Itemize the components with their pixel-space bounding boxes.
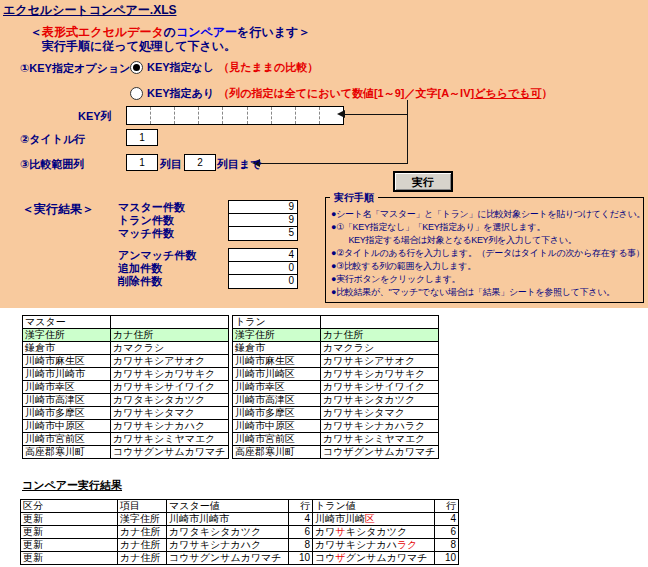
- key-column-cell[interactable]: [175, 107, 199, 124]
- cell[interactable]: [111, 316, 229, 329]
- range-arrow-line: [260, 163, 407, 164]
- cell[interactable]: 区分: [21, 500, 118, 513]
- cell[interactable]: 更新: [21, 552, 118, 565]
- radio-key-on-label: KEY指定あり: [147, 86, 214, 101]
- cell[interactable]: 高座郡寒川町: [233, 446, 321, 459]
- column-header-cell[interactable]: カナ住所: [111, 329, 229, 342]
- cell[interactable]: 川崎市高津区: [233, 394, 321, 407]
- cell[interactable]: コウザグンサムカワマチ: [313, 552, 435, 565]
- range-to-input[interactable]: [184, 154, 216, 171]
- title-row-input[interactable]: [126, 129, 158, 146]
- cell[interactable]: カワサキシタマク: [321, 407, 439, 420]
- cell[interactable]: 川崎市幸区: [23, 381, 111, 394]
- data-row: 鎌倉市カマクラシ: [233, 342, 439, 355]
- key-column-cell[interactable]: [127, 107, 151, 124]
- cell[interactable]: コウザグンサムカワマチ: [321, 446, 439, 459]
- count-label: 削除件数: [118, 274, 228, 289]
- cell[interactable]: 4: [289, 513, 313, 526]
- cell[interactable]: 6: [289, 526, 313, 539]
- cell[interactable]: カワサキシアサオク: [111, 355, 229, 368]
- cell[interactable]: 川崎市宮前区: [233, 433, 321, 446]
- cell[interactable]: 更新: [21, 513, 118, 526]
- key-column-cell[interactable]: [272, 107, 296, 124]
- cell[interactable]: カナ住所: [118, 539, 167, 552]
- radio-key-on[interactable]: [130, 87, 143, 100]
- cell[interactable]: コウサグンサムカワマチ: [111, 446, 229, 459]
- cell[interactable]: カワサキシカワサキク: [321, 368, 439, 381]
- range-from-input[interactable]: [126, 154, 158, 171]
- key-column-cell[interactable]: [223, 107, 247, 124]
- cell[interactable]: マスター値: [167, 500, 289, 513]
- cell[interactable]: 鎌倉市: [233, 342, 321, 355]
- cell[interactable]: カワサキシサイワイク: [321, 381, 439, 394]
- cell[interactable]: コウサグンサムカワマチ: [167, 552, 289, 565]
- cell[interactable]: カワサキシアサオク: [321, 355, 439, 368]
- cell[interactable]: カワサキシタマク: [111, 407, 229, 420]
- cell[interactable]: 川崎市中原区: [233, 420, 321, 433]
- intro-tail: を行います＞: [237, 25, 310, 39]
- cell[interactable]: トラン: [233, 316, 321, 329]
- cell[interactable]: 更新: [21, 526, 118, 539]
- cell[interactable]: 更新: [21, 539, 118, 552]
- cell[interactable]: カワサキシナカハク: [167, 539, 289, 552]
- cell[interactable]: 川崎市川崎市: [23, 368, 111, 381]
- key-column-cell[interactable]: [151, 107, 175, 124]
- cell[interactable]: 川崎市宮前区: [23, 433, 111, 446]
- cell[interactable]: カマクラシ: [321, 342, 439, 355]
- cell[interactable]: カワサキシサイワイク: [111, 381, 229, 394]
- cell[interactable]: トラン値: [313, 500, 435, 513]
- cell[interactable]: カワサキシナカハラク: [313, 539, 435, 552]
- cell[interactable]: 川崎市川崎市: [167, 513, 289, 526]
- cell[interactable]: 川崎市川崎区: [233, 368, 321, 381]
- column-header-cell[interactable]: カナ住所: [321, 329, 439, 342]
- cell[interactable]: 川崎市幸区: [233, 381, 321, 394]
- radio-key-none[interactable]: [130, 61, 143, 74]
- cell[interactable]: カワサキシミヤマエク: [321, 433, 439, 446]
- cell[interactable]: 川崎市多摩区: [23, 407, 111, 420]
- cell[interactable]: 鎌倉市: [23, 342, 111, 355]
- cell[interactable]: カワサキシナカハク: [111, 420, 229, 433]
- cell[interactable]: 川崎市高津区: [23, 394, 111, 407]
- column-header-cell[interactable]: 漢字住所: [233, 329, 321, 342]
- cell[interactable]: カワタキシタカツク: [111, 394, 229, 407]
- radio-key-on-note-pre: （列の指定は全てにおいて数値[1～9]／文字[A～IV]: [218, 87, 474, 99]
- cell[interactable]: 漢字住所: [118, 513, 167, 526]
- cell[interactable]: 行: [289, 500, 313, 513]
- cell[interactable]: カワサキシカワサキク: [111, 368, 229, 381]
- cell[interactable]: 10: [289, 552, 313, 565]
- cell[interactable]: カワサキシタカツク: [313, 526, 435, 539]
- cell[interactable]: 6: [435, 526, 459, 539]
- count-value-cell[interactable]: 5: [228, 226, 298, 241]
- cell[interactable]: カマクラシ: [111, 342, 229, 355]
- count-value-cell[interactable]: 0: [228, 274, 298, 289]
- cell[interactable]: 川崎市川崎区: [313, 513, 435, 526]
- cell[interactable]: カナ住所: [118, 526, 167, 539]
- key-column-cell[interactable]: [248, 107, 272, 124]
- cell[interactable]: 8: [435, 539, 459, 552]
- column-header-cell[interactable]: 漢字住所: [23, 329, 111, 342]
- key-column-cell[interactable]: [199, 107, 223, 124]
- cell[interactable]: マスター: [23, 316, 111, 329]
- cell[interactable]: カナ住所: [118, 552, 167, 565]
- cell[interactable]: [321, 316, 439, 329]
- cell[interactable]: カワサキシナカハラク: [321, 420, 439, 433]
- cell[interactable]: 高座郡寒川町: [23, 446, 111, 459]
- cell[interactable]: 8: [289, 539, 313, 552]
- run-button[interactable]: 実行: [393, 171, 453, 192]
- cell[interactable]: 行: [435, 500, 459, 513]
- cell[interactable]: 4: [435, 513, 459, 526]
- cell[interactable]: 川崎市麻生区: [233, 355, 321, 368]
- cell[interactable]: カワサキシミヤマエク: [111, 433, 229, 446]
- cell[interactable]: 10: [435, 552, 459, 565]
- cell-text: カワ: [315, 526, 335, 537]
- cell[interactable]: 川崎市多摩区: [233, 407, 321, 420]
- cell[interactable]: 項目: [118, 500, 167, 513]
- diff-text: ラク: [397, 539, 417, 550]
- radio-key-none-note: （見たままの比較）: [218, 60, 318, 75]
- cell[interactable]: 川崎市中原区: [23, 420, 111, 433]
- data-row: 川崎市高津区カワサキシタカツク: [233, 394, 439, 407]
- cell[interactable]: カワタキシタカツク: [167, 526, 289, 539]
- key-column-cell[interactable]: [296, 107, 320, 124]
- cell[interactable]: カワサキシタカツク: [321, 394, 439, 407]
- cell[interactable]: 川崎市麻生区: [23, 355, 111, 368]
